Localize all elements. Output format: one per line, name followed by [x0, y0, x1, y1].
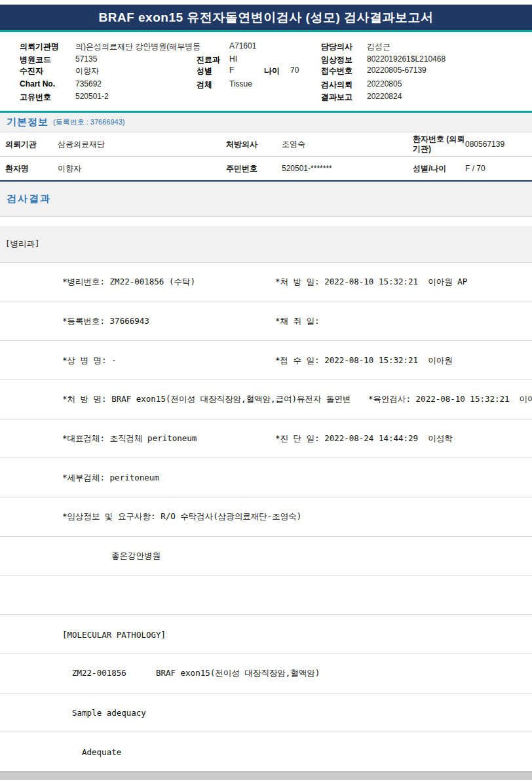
basic-info-title: 기본정보 — [7, 116, 48, 128]
result-right-text: *육안검사: 2022-08-10 15:32:21 이아원 — [368, 394, 532, 405]
clinical-info-value: 8022019261$L210468 — [367, 54, 446, 64]
result-left-text: Adequate — [82, 747, 121, 756]
result-row: Sample adequacy — [0, 693, 532, 733]
result-left-text: *임상정보 및 요구사항: R/O 수탁검사(삼광의료재단-조영숙) — [62, 511, 301, 522]
sex-label: 성별 — [197, 66, 212, 77]
result-left-text: *세부검체: peritoneum — [62, 472, 159, 483]
result-row: *상 병 명: - *접 수 일: 2022-08-10 15:32:21 이아… — [0, 341, 532, 380]
result-report-date-value: 20220824 — [367, 92, 402, 101]
age-value: 70 — [290, 66, 299, 75]
result-left-text: [MOLECULAR PATHOLOGY] — [62, 629, 166, 639]
result-row: *처 방 명: BRAF exon15(전이성 대장직장암,혈액암,급여)유전자… — [0, 380, 532, 419]
basic-info-row: 환자명 이향자 주민번호 520501-******* 성별/나이 F / 70 — [0, 157, 532, 182]
result-left-text: *병리번호: ZM22-001856 (수탁) — [62, 277, 195, 288]
result-left-text: *대표검체: 조직검체 peritoneum — [62, 433, 197, 444]
clinical-info-label: 임상정보 — [321, 54, 352, 66]
patient-no-label: 환자번호 (의뢰기관) — [413, 134, 469, 154]
result-right-text: *진 단 일: 2022-08-24 14:44:29 이성학 — [275, 433, 453, 444]
result-report-date-label: 결과보고 — [321, 92, 352, 103]
basic-info-reg-no: (등록번호 : 37666943) — [53, 117, 124, 127]
result-row: 좋은강안병원 — [0, 537, 532, 576]
attending-doctor-label: 담당의사 — [321, 41, 352, 52]
result-row: ZM22-001856 BRAF exon15(전이성 대장직장암,혈액암) — [0, 654, 532, 693]
referral-org-value: 삼광의료재단 — [58, 139, 105, 150]
report-page: BRAF exon15 유전자돌연변이검사 (성모) 검사결과보고서 의뢰기관명… — [0, 0, 532, 780]
resident-no-label: 주민번호 — [226, 163, 257, 174]
result-left-text: *상 병 명: - — [62, 355, 117, 366]
chart-no-value: 735692 — [75, 79, 102, 88]
receipt-no-label: 접수번호 — [321, 66, 352, 77]
prescribing-doctor-value: 조영숙 — [282, 139, 305, 150]
result-left-text: *등록번호: 37666943 — [62, 316, 149, 327]
result-right-text: *처 방 일: 2022-08-10 15:32:21 이아원 AP — [275, 277, 467, 288]
specimen-label: 검체 — [197, 79, 212, 90]
result-right-text: *접 수 일: 2022-08-10 15:32:21 이아원 — [275, 355, 453, 366]
result-left-text: ZM22-001856 BRAF exon15(전이성 대장직장암,혈액암) — [72, 668, 320, 679]
result-row — [0, 576, 532, 615]
result-row: *대표검체: 조직검체 peritoneum *진 단 일: 2022-08-2… — [0, 419, 532, 459]
results-rows: *병리번호: ZM22-001856 (수탁) *처 방 일: 2022-08-… — [0, 263, 532, 771]
patient-value: 이향자 — [75, 66, 99, 77]
requesting-org-value: 의)은성의료재단 강안병원(해부병동 — [75, 41, 200, 52]
receipt-no-value: 20220805-67139 — [367, 66, 427, 75]
sex-value: F — [229, 66, 234, 75]
result-row: [MOLECULAR PATHOLOGY] — [0, 615, 532, 654]
patient-name-value: 이향자 — [58, 163, 81, 174]
sex-age-label: 성별/나이 — [413, 163, 446, 174]
age-label: 나이 — [264, 66, 280, 77]
pathology-dept-label: [병리과] — [5, 239, 40, 250]
unique-no-value: 520501-2 — [75, 92, 109, 101]
result-row: *임상정보 및 요구사항: R/O 수탁검사(삼광의료재단-조영숙) — [0, 497, 532, 537]
department-value: HI — [229, 54, 237, 64]
report-header-info: 의뢰기관명 의)은성의료재단 강안병원(해부병동 A71601 담당의사 김성근… — [0, 32, 532, 111]
result-row: *등록번호: 37666943 *채 취 일: — [0, 302, 532, 341]
chart-no-label: Chart No. — [20, 79, 55, 88]
result-row: *세부검체: peritoneum — [0, 458, 532, 497]
test-request-date-value: 20220805 — [367, 79, 402, 88]
results-section-header: 검사결과 — [0, 182, 532, 217]
resident-no-value: 520501-******* — [282, 164, 332, 173]
footer-bar — [0, 771, 532, 780]
specimen-value: Tissue — [229, 79, 252, 88]
patient-no-value: 080567139 — [465, 140, 504, 149]
prescribing-doctor-label: 처방의사 — [226, 139, 257, 150]
result-left-text: 좋은강안병원 — [111, 551, 161, 562]
referral-org-label: 의뢰기관 — [5, 139, 37, 150]
report-title: BRAF exon15 유전자돌연변이검사 (성모) 검사결과보고서 — [98, 9, 433, 26]
basic-info-section-header: 기본정보 (등록번호 : 37666943) — [0, 113, 532, 132]
patient-label: 수진자 — [20, 66, 43, 77]
patient-name-label: 환자명 — [5, 163, 29, 174]
unique-no-label: 고유번호 — [20, 92, 51, 103]
attending-doctor-value: 김성근 — [367, 41, 390, 52]
department-label: 진료과 — [197, 54, 220, 66]
results-title: 검사결과 — [7, 193, 51, 205]
result-right-text: *채 취 일: — [275, 316, 320, 327]
pathology-dept-row: [병리과] — [0, 226, 532, 263]
sex-age-value: F / 70 — [465, 164, 485, 173]
requesting-org-code: A71601 — [229, 41, 256, 50]
requesting-org-label: 의뢰기관명 — [20, 41, 59, 52]
hospital-code-label: 병원코드 — [20, 54, 51, 66]
result-left-text: Sample adequacy — [72, 707, 146, 717]
report-title-bar: BRAF exon15 유전자돌연변이검사 (성모) 검사결과보고서 — [0, 5, 532, 32]
basic-info-row: 의뢰기관 삼광의료재단 처방의사 조영숙 환자번호 (의뢰기관) 0805671… — [0, 132, 532, 157]
result-row: *병리번호: ZM22-001856 (수탁) *처 방 일: 2022-08-… — [0, 263, 532, 302]
basic-info-table: 의뢰기관 삼광의료재단 처방의사 조영숙 환자번호 (의뢰기관) 0805671… — [0, 132, 532, 182]
result-left-text: *처 방 명: BRAF exon15(전이성 대장직장암,혈액암,급여)유전자… — [62, 394, 351, 405]
hospital-code-value: 57135 — [75, 54, 97, 64]
test-request-date-label: 검사의뢰 — [321, 79, 352, 90]
result-row: Adequate — [0, 732, 532, 771]
